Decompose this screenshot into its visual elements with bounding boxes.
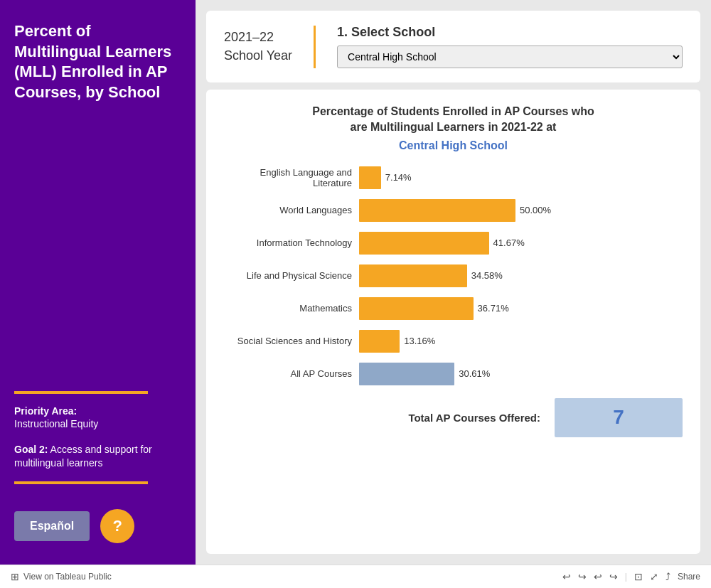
chart-title: Percentage of Students Enrolled in AP Co…	[224, 104, 683, 136]
chart-title-line1: Percentage of Students Enrolled in AP Co…	[312, 105, 594, 117]
bar-container: 36.71%	[359, 297, 683, 320]
bar-fill	[359, 330, 400, 353]
bar-fill	[359, 199, 515, 222]
school-year-line2: School Year	[224, 47, 292, 65]
bar-label: World Languages	[224, 205, 352, 215]
school-year: 2021–22 School Year	[224, 28, 292, 64]
chart-bars: English Language and Literature7.14%Worl…	[224, 166, 683, 385]
sidebar-divider-1	[14, 391, 148, 394]
bar-value-label: 50.00%	[520, 205, 551, 215]
select-label: 1. Select School	[337, 25, 683, 40]
bottom-left: ⊞ View on Tableau Public	[11, 571, 112, 582]
chart-school-name: Central High School	[224, 139, 683, 152]
bar-row: Life and Physical Science34.58%	[224, 264, 683, 287]
bar-row: All AP Courses30.61%	[224, 363, 683, 385]
espanol-button[interactable]: Español	[14, 511, 90, 541]
bar-label: Social Sciences and History	[224, 336, 352, 346]
total-label: Total AP Courses Offered:	[408, 412, 555, 424]
share-label[interactable]: Share	[678, 572, 700, 582]
bar-container: 41.67%	[359, 232, 683, 255]
tableau-link[interactable]: View on Tableau Public	[23, 572, 112, 582]
divider-icon: |	[625, 572, 627, 582]
bar-label: English Language and Literature	[224, 167, 352, 188]
bar-label: All AP Courses	[224, 368, 352, 379]
bar-row: Mathematics36.71%	[224, 297, 683, 320]
bar-container: 50.00%	[359, 199, 683, 222]
bar-value-label: 34.58%	[471, 270, 503, 281]
bar-value-label: 13.16%	[404, 336, 435, 346]
vertical-divider	[314, 26, 316, 68]
total-value: 7	[613, 406, 624, 429]
total-value-box: 7	[555, 398, 683, 437]
redo2-icon[interactable]: ↪	[609, 571, 618, 582]
undo-icon[interactable]: ↩	[562, 571, 571, 582]
bar-fill	[359, 363, 454, 385]
bar-label: Life and Physical Science	[224, 270, 352, 281]
content-area: 2021–22 School Year 1. Select School Cen…	[196, 0, 711, 565]
bar-container: 7.14%	[359, 166, 683, 189]
sidebar-bottom: Español ?	[14, 509, 181, 543]
bar-label: Mathematics	[224, 303, 352, 314]
school-dropdown[interactable]: Central High School East High School Wes…	[337, 46, 683, 68]
bar-fill	[359, 297, 474, 320]
expand-icon[interactable]: ⤢	[650, 571, 658, 582]
bar-value-label: 41.67%	[493, 237, 525, 248]
sidebar: Percent of Multilingual Learners (MLL) E…	[0, 0, 196, 565]
total-row: Total AP Courses Offered: 7	[224, 398, 683, 437]
top-section: 2021–22 School Year 1. Select School Cen…	[206, 11, 700, 82]
school-select-section: 1. Select School Central High School Eas…	[337, 25, 683, 68]
share-icon[interactable]: ⤴	[665, 571, 670, 582]
help-button[interactable]: ?	[100, 509, 134, 543]
bar-fill	[359, 232, 489, 255]
bottom-right: ↩ ↪ ↩ ↪ | ⊡ ⤢ ⤴ Share	[562, 571, 700, 582]
bar-row: Social Sciences and History13.16%	[224, 330, 683, 353]
bar-container: 34.58%	[359, 264, 683, 287]
undo2-icon[interactable]: ↩	[594, 571, 602, 582]
priority-area-value: Instructional Equity	[14, 418, 98, 429]
priority-area-label: Priority Area:	[14, 405, 77, 417]
goal-text: Goal 2: Access and support for multiling…	[14, 443, 181, 471]
display-icon[interactable]: ⊡	[634, 571, 643, 582]
bar-label: Information Technology	[224, 237, 352, 248]
bar-fill	[359, 264, 467, 287]
bar-row: Information Technology41.67%	[224, 232, 683, 255]
bar-value-label: 7.14%	[385, 172, 412, 183]
chart-section: Percentage of Students Enrolled in AP Co…	[206, 90, 700, 554]
bar-row: English Language and Literature7.14%	[224, 166, 683, 189]
goal-label: Goal 2:	[14, 444, 48, 455]
sidebar-divider-2	[14, 481, 148, 484]
bottom-bar: ⊞ View on Tableau Public ↩ ↪ ↩ ↪ | ⊡ ⤢ ⤴…	[0, 565, 711, 588]
tableau-grid-icon: ⊞	[11, 571, 19, 582]
sidebar-title: Percent of Multilingual Learners (MLL) E…	[14, 21, 181, 102]
bar-value-label: 36.71%	[478, 303, 509, 314]
bar-value-label: 30.61%	[459, 368, 490, 379]
bar-row: World Languages50.00%	[224, 199, 683, 222]
chart-title-line2: are Multilingual Learners in 2021-22 at	[351, 121, 557, 133]
bar-container: 13.16%	[359, 330, 683, 353]
priority-area: Priority Area: Instructional Equity	[14, 405, 181, 430]
bar-container: 30.61%	[359, 363, 683, 385]
redo-icon[interactable]: ↪	[578, 571, 587, 582]
school-year-line1: 2021–22	[224, 28, 292, 46]
bar-fill	[359, 166, 381, 189]
